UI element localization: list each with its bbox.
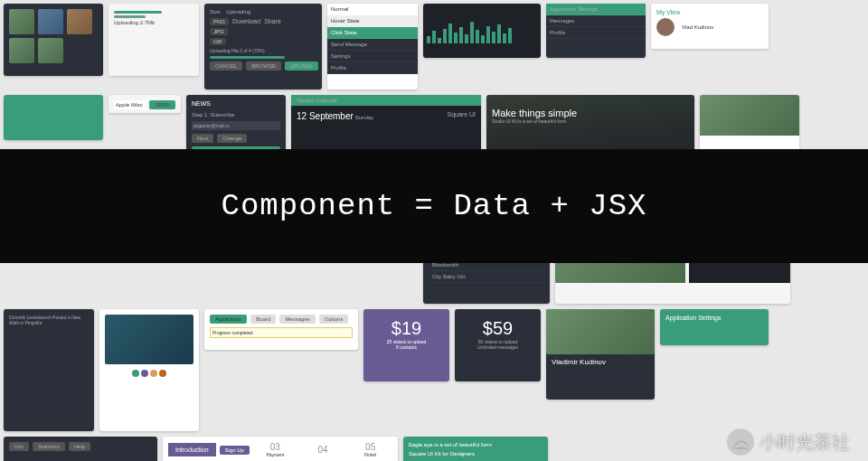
menu-click[interactable]: Click State <box>327 27 418 39</box>
watermark-text: 小时光茶社 <box>760 430 850 455</box>
avatar <box>656 18 675 36</box>
small-tabs: InfoStatisticsHelp <box>4 437 157 461</box>
menu-hover[interactable]: Hover State <box>327 15 418 27</box>
color-swatch[interactable] <box>159 370 166 377</box>
tab-app[interactable]: Application <box>210 315 247 324</box>
signup-button[interactable]: Sign Up <box>220 446 250 455</box>
settings-title: Application Settings <box>665 315 763 321</box>
menu-profile[interactable]: Profile <box>327 62 418 74</box>
progress-text: Uploading File 2 of 4 (70%) <box>210 48 316 53</box>
track-item[interactable]: City Baby Girl <box>429 271 544 283</box>
side-nav: Application Settings Messages Profile <box>546 4 646 58</box>
news-title: NEWS <box>192 100 280 107</box>
pricing-a[interactable]: $19 25 videos to upload 8 contacts <box>363 309 449 381</box>
upload-button[interactable]: UPLOAD <box>285 61 318 71</box>
tab-info[interactable]: Info <box>9 442 29 451</box>
tabs-bar: ApplicationBoardMessagesOptions Progress… <box>204 309 358 350</box>
calendar-date: 12 September <box>297 111 354 121</box>
color-swatch[interactable] <box>150 370 157 377</box>
price-a: 19 <box>401 318 421 338</box>
settings-card[interactable]: Application Settings <box>660 309 769 345</box>
card-name: Vlad Kudinov <box>682 24 713 30</box>
nav-app-settings[interactable]: Application Settings <box>546 4 646 15</box>
person-name: Vladimir Kudinov <box>552 358 649 366</box>
nav-profile[interactable]: Profile <box>546 27 646 39</box>
signup-steps: Introduction Sign Up 03Payment 04 05Fini… <box>163 437 398 461</box>
share-button[interactable]: Share <box>264 18 281 25</box>
change-button[interactable]: Change <box>217 134 247 143</box>
tab-help[interactable]: Help <box>69 442 90 451</box>
menu-list: Normal Hover State Click State Send Mess… <box>327 4 418 89</box>
tab-board[interactable]: Board <box>250 315 276 324</box>
tab-msgs[interactable]: Messages <box>279 315 315 324</box>
intro-label: Introduction <box>168 443 216 456</box>
download-button[interactable]: Download <box>232 18 260 25</box>
input-widget: Apple iMacSEND <box>108 95 181 113</box>
menu-settings[interactable]: Settings <box>327 51 418 62</box>
browse-button[interactable]: BROWSE <box>246 61 281 71</box>
nav-messages[interactable]: Messages <box>546 15 646 27</box>
progress-widget: Uploading 2.7Mb <box>108 4 199 76</box>
promo-line-2: Square UI Kit for Designers <box>409 451 542 456</box>
upload-status: Uploading 2.7Mb <box>114 20 193 25</box>
feed-panel: Dominik Levitskevich Posted a New Walk i… <box>4 309 94 431</box>
send-button[interactable]: SEND <box>149 100 175 109</box>
next-button[interactable]: Next <box>192 134 213 143</box>
main-banner: Component = Data + JSX <box>0 149 868 263</box>
feed-line: Dominik Levitskevich Posted a New Walk i… <box>9 315 89 325</box>
my-view-title: My View <box>656 9 763 15</box>
news-step: Step 1. Subscribe <box>192 112 280 118</box>
search-input[interactable]: Apple iMac <box>114 100 146 109</box>
hero-title: Make things simple <box>492 108 689 118</box>
green-card <box>4 95 103 140</box>
hero-subtitle: Studio UI Kit is a set of beautiful form <box>492 118 689 124</box>
cancel-button[interactable]: CANCEL <box>210 61 242 71</box>
promo-line-1: Eagle eye is a set of beautiful form <box>409 442 542 447</box>
note-bar: Progress completed <box>210 327 353 338</box>
top-card: My View Vlad Kudinov <box>651 4 769 49</box>
bar-chart <box>423 4 541 58</box>
person-card: Vladimir Kudinov <box>546 309 655 400</box>
price-b: 59 <box>493 318 513 338</box>
product-card <box>99 309 199 431</box>
menu-send[interactable]: Send Message <box>327 39 418 51</box>
watermark: ☁ 小时光茶社 <box>727 428 850 456</box>
tab-options[interactable]: Options <box>319 315 349 324</box>
banner-text: Component = Data + JSX <box>222 189 647 223</box>
tab-stats[interactable]: Statistics <box>33 442 65 451</box>
menu-normal[interactable]: Normal <box>327 4 418 15</box>
email-input[interactable]: pcgamer@mail.ru <box>192 121 280 130</box>
wechat-icon: ☁ <box>727 428 754 456</box>
gallery-widget <box>4 4 103 76</box>
color-swatch[interactable] <box>141 370 148 377</box>
color-swatch[interactable] <box>132 370 139 377</box>
upload-panel: Size Uploading PNGDownloadShare JPG GIF … <box>204 4 322 89</box>
calendar-title: Square Calendar <box>291 95 481 106</box>
calendar-brand: Square UI <box>447 111 476 118</box>
pricing-b[interactable]: $59 50 videos to upload Unlimited messag… <box>455 309 541 381</box>
promo-card: Eagle eye is a set of beautiful form Squ… <box>403 437 548 461</box>
